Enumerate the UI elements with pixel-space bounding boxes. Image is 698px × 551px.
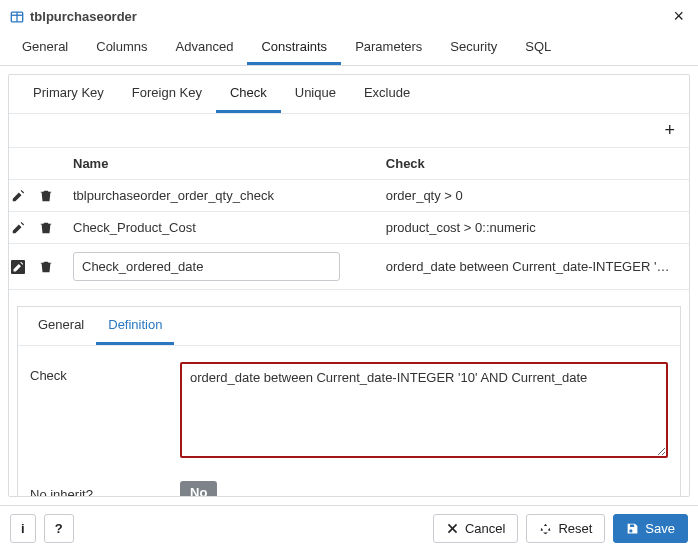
- close-icon: [446, 522, 459, 535]
- reset-button[interactable]: Reset: [526, 514, 605, 543]
- table-row: tblpurchaseorder_order_qty_checkorder_qt…: [9, 180, 689, 212]
- tab-general[interactable]: General: [8, 31, 82, 65]
- constraint-name: Check_Product_Cost: [65, 212, 378, 244]
- edit-row-button[interactable]: [11, 188, 25, 203]
- subtab-primary-key[interactable]: Primary Key: [19, 75, 118, 113]
- row-detail: GeneralDefinition Check No inherit? No: [17, 306, 681, 497]
- tab-constraints[interactable]: Constraints: [247, 31, 341, 65]
- tab-parameters[interactable]: Parameters: [341, 31, 436, 65]
- window-title: tblpurchaseorder: [30, 9, 137, 24]
- constraint-name-input[interactable]: [73, 252, 340, 281]
- subtab-foreign-key[interactable]: Foreign Key: [118, 75, 216, 113]
- detail-tab-definition[interactable]: Definition: [96, 307, 174, 345]
- edit-row-button[interactable]: [11, 220, 25, 235]
- add-row-button[interactable]: +: [658, 118, 681, 143]
- tab-advanced[interactable]: Advanced: [162, 31, 248, 65]
- edit-icon: [11, 189, 25, 203]
- edit-icon: [11, 221, 25, 235]
- delete-row-button[interactable]: [39, 259, 53, 274]
- tab-security[interactable]: Security: [436, 31, 511, 65]
- check-expression-input[interactable]: [180, 362, 668, 458]
- table-row: orderd_date between Current_date-INTEGER…: [9, 244, 689, 290]
- col-header-check: Check: [378, 148, 689, 180]
- constraint-check: product_cost > 0::numeric: [386, 220, 676, 235]
- tab-sql[interactable]: SQL: [511, 31, 565, 65]
- trash-icon: [39, 260, 53, 274]
- subtab-unique[interactable]: Unique: [281, 75, 350, 113]
- subtab-check[interactable]: Check: [216, 75, 281, 113]
- no-inherit-toggle[interactable]: No: [180, 481, 217, 497]
- trash-icon: [39, 221, 53, 235]
- subtab-exclude[interactable]: Exclude: [350, 75, 424, 113]
- edit-icon: [11, 260, 25, 274]
- save-icon: [626, 522, 639, 535]
- constraints-table: Name Check tblpurchaseorder_order_qty_ch…: [9, 148, 689, 290]
- close-button[interactable]: ×: [669, 6, 688, 27]
- recycle-icon: [539, 522, 552, 535]
- help-button[interactable]: ?: [44, 514, 74, 543]
- trash-icon: [39, 189, 53, 203]
- constraint-name: tblpurchaseorder_order_qty_check: [65, 180, 378, 212]
- constraint-type-tabs: Primary KeyForeign KeyCheckUniqueExclude: [9, 75, 689, 114]
- detail-tab-general[interactable]: General: [26, 307, 96, 345]
- table-icon: [10, 10, 24, 24]
- delete-row-button[interactable]: [39, 188, 53, 203]
- table-row: Check_Product_Costproduct_cost > 0::nume…: [9, 212, 689, 244]
- main-tabs: GeneralColumnsAdvancedConstraintsParamet…: [0, 31, 698, 66]
- constraint-check: order_qty > 0: [386, 188, 676, 203]
- edit-row-button[interactable]: [11, 259, 25, 274]
- cancel-button[interactable]: Cancel: [433, 514, 518, 543]
- col-header-name: Name: [65, 148, 378, 180]
- constraint-check: orderd_date between Current_date-INTEGER…: [386, 259, 676, 274]
- save-button[interactable]: Save: [613, 514, 688, 543]
- tab-columns[interactable]: Columns: [82, 31, 161, 65]
- no-inherit-label: No inherit?: [30, 481, 180, 497]
- check-label: Check: [30, 362, 180, 383]
- delete-row-button[interactable]: [39, 220, 53, 235]
- info-button[interactable]: i: [10, 514, 36, 543]
